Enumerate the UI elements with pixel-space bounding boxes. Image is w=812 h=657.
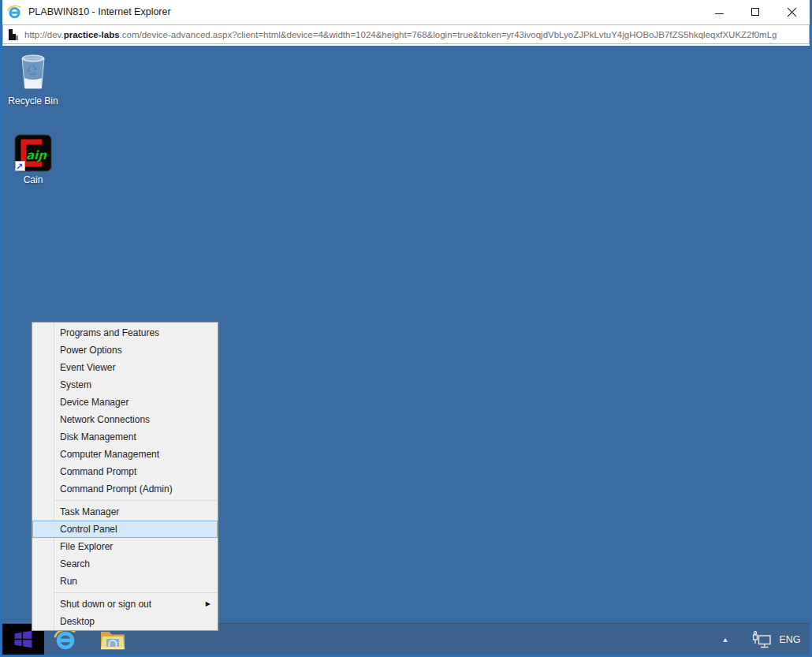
address-input[interactable]: http://dev.practice-labs.com/device-adva…	[2, 24, 810, 44]
menu-item-desktop[interactable]: Desktop	[32, 613, 218, 630]
menu-item-computer-management[interactable]: Computer Management	[32, 446, 218, 463]
remote-desktop[interactable]: Recycle Bin aiɲ Cain Programs and Featur…	[2, 46, 810, 655]
menu-item-label: Shut down or sign out	[60, 599, 151, 610]
minimize-button[interactable]	[701, 0, 737, 24]
menu-item-command-prompt-admin[interactable]: Command Prompt (Admin)	[32, 480, 218, 498]
close-icon	[787, 7, 797, 17]
winx-menu: Programs and Features Power Options Even…	[32, 322, 218, 631]
url-domain: practice-labs	[64, 30, 120, 39]
network-status-button[interactable]	[748, 624, 775, 655]
svg-text:aiɲ: aiɲ	[26, 148, 47, 162]
language-indicator[interactable]: ENG	[775, 624, 805, 655]
menu-item-system[interactable]: System	[32, 376, 218, 394]
menu-item-task-manager[interactable]: Task Manager	[32, 503, 218, 521]
site-favicon-icon	[8, 28, 19, 41]
internet-explorer-icon	[54, 628, 77, 651]
shortcut-arrow-icon	[15, 161, 25, 171]
menu-item-control-panel[interactable]: Control Panel	[32, 521, 218, 538]
menu-item-power-options[interactable]: Power Options	[32, 342, 218, 359]
menu-item-disk-management[interactable]: Disk Management	[32, 428, 218, 446]
window-border-left	[0, 0, 2, 657]
menu-item-command-prompt[interactable]: Command Prompt	[32, 463, 218, 480]
ie-logo-icon	[7, 5, 22, 20]
minimize-icon	[715, 13, 724, 14]
menu-separator	[54, 592, 217, 593]
menu-item-file-explorer[interactable]: File Explorer	[32, 538, 218, 555]
menu-item-run[interactable]: Run	[32, 573, 218, 590]
menu-item-device-manager[interactable]: Device Manager	[32, 394, 218, 411]
menu-item-network-connections[interactable]: Network Connections	[32, 411, 218, 428]
close-button[interactable]	[773, 0, 810, 24]
maximize-icon	[751, 8, 759, 16]
desktop-icon-label: Recycle Bin	[8, 95, 58, 106]
desktop-icon-cain[interactable]: aiɲ Cain	[2, 134, 65, 185]
window-title: PLABWIN810 - Internet Explorer	[28, 6, 171, 17]
window-controls	[701, 0, 810, 24]
language-label: ENG	[779, 634, 800, 645]
maximize-button[interactable]	[737, 0, 773, 24]
address-bar-row: http://dev.practice-labs.com/device-adva…	[2, 24, 810, 46]
recycle-bin-icon	[14, 52, 52, 93]
show-hidden-icons-button[interactable]: ▲	[717, 624, 734, 655]
desktop-icon-label: Cain	[24, 174, 43, 185]
submenu-arrow-icon: ▶	[206, 595, 210, 613]
menu-item-event-viewer[interactable]: Event Viewer	[32, 359, 218, 376]
wired-network-icon	[751, 630, 772, 649]
menu-item-shut-down-or-sign-out[interactable]: Shut down or sign out ▶	[32, 595, 218, 613]
menu-item-search[interactable]: Search	[32, 555, 218, 573]
url-prefix: http://dev.	[24, 30, 64, 39]
file-explorer-icon	[100, 629, 125, 650]
chevron-up-icon: ▲	[722, 636, 729, 644]
title-bar[interactable]: PLABWIN810 - Internet Explorer	[2, 0, 810, 24]
windows-logo-icon	[13, 629, 33, 649]
menu-item-programs-and-features[interactable]: Programs and Features	[32, 324, 218, 342]
desktop-icon-recycle-bin[interactable]: Recycle Bin	[2, 52, 65, 106]
menu-separator	[54, 500, 217, 501]
url-rest: .com/device-advanced.aspx?client=html&de…	[120, 30, 777, 39]
